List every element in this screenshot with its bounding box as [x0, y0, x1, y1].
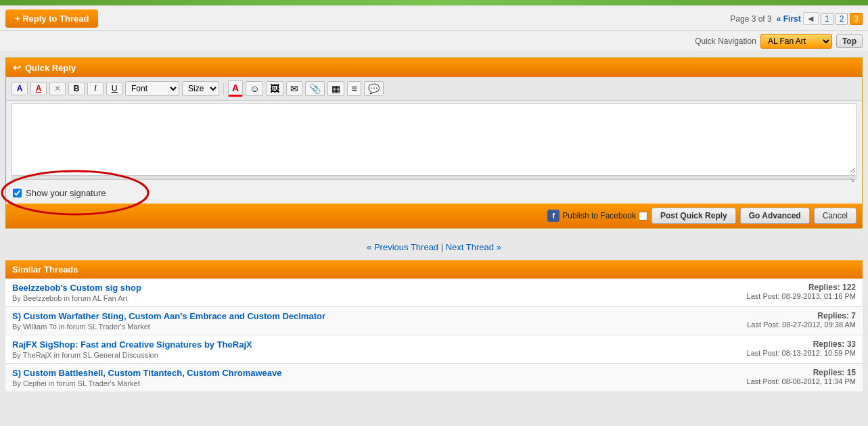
- last-post: Last Post: 08-13-2012, 10:59 PM: [747, 349, 856, 357]
- size-select[interactable]: Size: [182, 81, 219, 96]
- signature-row: Show your signature: [6, 183, 862, 204]
- action-row: f Publish to Facebook Post Quick Reply G…: [6, 204, 862, 228]
- go-advanced-button[interactable]: Go Advanced: [740, 208, 810, 224]
- page-1-button[interactable]: 1: [821, 13, 833, 25]
- thread-title-link[interactable]: S) Custom Battleshell, Custom Titantech,…: [12, 368, 282, 378]
- editor-wrapper: ↘: [12, 103, 856, 180]
- thread-stats: Replies: 7 Last Post: 08-27-2012, 09:38 …: [747, 311, 856, 329]
- prev-page-button[interactable]: ◄: [803, 12, 819, 25]
- reply-icon: ↩: [13, 62, 21, 73]
- show-signature-checkbox[interactable]: [13, 189, 22, 197]
- thread-title-link[interactable]: Beelzzebob's Custom sig shop: [12, 283, 141, 293]
- facebook-checkbox[interactable]: [639, 212, 647, 220]
- publish-facebook-button[interactable]: f Publish to Facebook: [547, 210, 647, 222]
- thread-title-link[interactable]: S) Custom Warfather Sting, Custom Aan's …: [12, 311, 325, 321]
- remove-format-btn[interactable]: ✕: [49, 82, 66, 95]
- insert-email-button[interactable]: ✉: [286, 81, 302, 96]
- page-label: Page 3 of 3: [730, 14, 771, 24]
- similar-threads-section: Similar Threads Beelzzebob's Custom sig …: [5, 260, 863, 392]
- thread-stats: Replies: 15 Last Post: 08-08-2012, 11:34…: [747, 368, 856, 385]
- thread-by: By William To in forum SL Trader's Marke…: [12, 323, 325, 331]
- last-post: Last Post: 08-08-2012, 11:34 PM: [747, 377, 856, 385]
- reply-textarea[interactable]: [12, 104, 856, 173]
- thread-navigation: « Previous Thread | Next Thread »: [5, 234, 863, 260]
- thread-by: By TheRajX in forum SL General Discussio…: [12, 351, 252, 359]
- page-3-button[interactable]: 3: [850, 13, 863, 25]
- quick-nav-select[interactable]: AL Fan Art: [760, 34, 832, 49]
- insert-image-button[interactable]: 🖼: [266, 81, 283, 96]
- insert-list-button[interactable]: ≡: [347, 81, 361, 96]
- first-page-link[interactable]: « First: [777, 14, 801, 24]
- smiley-button[interactable]: ☺: [246, 81, 263, 96]
- editor-resize-handle[interactable]: ↘: [12, 175, 856, 179]
- thread-nav-separator: |: [441, 242, 446, 252]
- bold-button[interactable]: B: [68, 82, 85, 95]
- quick-nav-label: Quick Navigation: [695, 37, 756, 46]
- italic-button[interactable]: I: [87, 82, 104, 95]
- thread-stats: Replies: 33 Last Post: 08-13-2012, 10:59…: [747, 339, 856, 357]
- similar-thread-item: RajFX SigShop: Fast and Creative Signatu…: [5, 335, 863, 364]
- thread-title-link[interactable]: RajFX SigShop: Fast and Creative Signatu…: [12, 339, 252, 350]
- editor-toolbar: A A ✕ B I U Font Size A ☺ 🖼 ✉ 📎 ▦ ≡: [6, 77, 862, 101]
- toolbar-divider-1: [223, 82, 224, 95]
- reply-to-thread-button[interactable]: + Reply to Thread: [5, 9, 98, 28]
- replies-count: Replies: 7: [747, 311, 856, 321]
- cancel-button[interactable]: Cancel: [814, 208, 856, 224]
- pagination: Page 3 of 3 « First ◄ 1 2 3: [730, 12, 863, 25]
- post-quick-reply-button[interactable]: Post Quick Reply: [652, 208, 736, 224]
- publish-facebook-label: Publish to Facebook: [562, 211, 636, 220]
- facebook-icon: f: [547, 210, 559, 222]
- similar-threads-title: Similar Threads: [12, 264, 78, 275]
- similar-thread-item: S) Custom Battleshell, Custom Titantech,…: [5, 364, 863, 392]
- quick-reply-header: ↩ Quick Reply: [6, 58, 862, 77]
- font-color-button[interactable]: A: [228, 80, 243, 97]
- quick-reply-container: ↩ Quick Reply A A ✕ B I U Font Size A ☺: [5, 57, 863, 229]
- replies-count: Replies: 33: [747, 339, 856, 349]
- format-a2-btn[interactable]: A: [30, 82, 47, 95]
- last-post: Last Post: 08-29-2013, 01:16 PM: [747, 292, 856, 300]
- quick-reply-title: Quick Reply: [25, 63, 76, 73]
- similar-thread-item: Beelzzebob's Custom sig shop By Beelzzeb…: [5, 279, 863, 307]
- similar-thread-item: S) Custom Warfather Sting, Custom Aan's …: [5, 307, 863, 335]
- thread-stats: Replies: 122 Last Post: 08-29-2013, 01:1…: [747, 283, 856, 300]
- similar-threads-header: Similar Threads: [5, 260, 863, 279]
- replies-count: Replies: 15: [747, 368, 856, 377]
- page-2-button[interactable]: 2: [836, 13, 848, 25]
- similar-threads-list: Beelzzebob's Custom sig shop By Beelzzeb…: [5, 279, 863, 392]
- last-post: Last Post: 08-27-2012, 09:38 AM: [747, 321, 856, 329]
- show-signature-label[interactable]: Show your signature: [26, 188, 106, 198]
- thread-by: By Beelzzebob in forum AL Fan Art: [12, 294, 141, 302]
- insert-attach-button[interactable]: 📎: [305, 81, 325, 96]
- top-button[interactable]: Top: [836, 34, 863, 48]
- prev-thread-link[interactable]: « Previous Thread: [367, 242, 438, 252]
- quick-nav-row: Quick Navigation AL Fan Art Top: [0, 31, 868, 52]
- next-thread-link[interactable]: Next Thread »: [446, 242, 501, 252]
- underline-button[interactable]: U: [106, 82, 122, 95]
- font-select[interactable]: Font: [125, 81, 179, 96]
- replies-count: Replies: 122: [747, 283, 856, 292]
- insert-quote-button[interactable]: 💬: [364, 81, 384, 96]
- format-a-btn[interactable]: A: [12, 82, 28, 95]
- insert-table-button[interactable]: ▦: [327, 81, 344, 96]
- thread-by: By Cephei in forum SL Trader's Market: [12, 379, 282, 387]
